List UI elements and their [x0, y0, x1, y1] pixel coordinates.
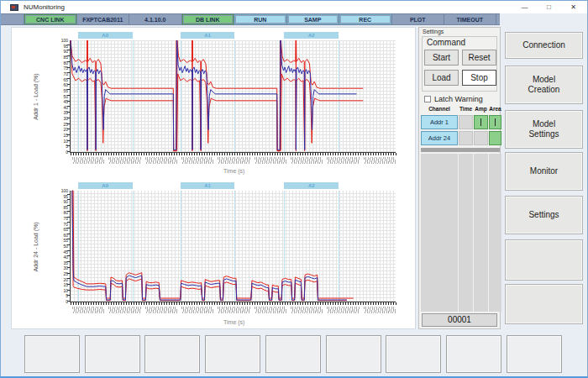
status-run: RUN: [234, 14, 286, 24]
channel-button-addr-1[interactable]: Addr 1: [421, 115, 458, 129]
chart-series: [71, 191, 396, 302]
y-tick-label: 5: [56, 144, 68, 149]
y-tick-label: 70: [56, 222, 68, 226]
x-axis-tick-marks: [71, 302, 397, 305]
y-tick-label: 70: [56, 71, 68, 76]
status-cnc-link: CNC LINK: [24, 14, 76, 24]
y-tick-label: 85: [56, 55, 68, 59]
bottom-slot-2[interactable]: [85, 335, 140, 373]
status-samp: SAMP: [286, 14, 339, 24]
latch-warning-checkbox[interactable]: [424, 96, 431, 102]
status-toolbar: CNC LINKFXPTCAB20114.1.10.0DB LINKRUNSAM…: [1, 13, 500, 25]
y-tick-label: 20: [56, 128, 68, 132]
y-tick-label: 60: [56, 233, 68, 237]
sidebar-button-model-settings[interactable]: Model Settings: [505, 110, 583, 149]
y-tick-label: 95: [56, 194, 68, 198]
sidebar-button-empty[interactable]: [505, 284, 583, 324]
y-tick-label: 45: [56, 249, 68, 254]
window-title: NUMonitoring: [24, 3, 65, 11]
chart2-plot-area: A0A1A20510152025303540455055606570758085…: [70, 191, 396, 302]
sidebar-button-monitor[interactable]: Monitor: [505, 152, 583, 191]
y-tick-label: 55: [56, 239, 68, 243]
amp-indicator[interactable]: [474, 131, 488, 145]
x-axis-tick-labels: [72, 307, 396, 313]
time-cell: [459, 131, 473, 145]
status-fxptcab2011: FXPTCAB2011: [76, 14, 129, 24]
sidebar-button-connection[interactable]: Connection: [505, 32, 583, 59]
sidebar-button-empty[interactable]: [505, 239, 583, 281]
chart-series: [71, 40, 396, 152]
table-row: Addr 24: [421, 131, 500, 145]
sidebar-button-settings[interactable]: Settings: [505, 196, 583, 234]
y-tick-label: 80: [56, 60, 68, 65]
column-header-amp: Amp: [474, 106, 488, 113]
y-tick-label: 75: [56, 217, 68, 221]
reset-button[interactable]: Reset: [462, 50, 496, 66]
status-plot: PLOT: [391, 14, 444, 24]
minimize-button[interactable]: —: [512, 1, 537, 13]
bottom-slot-4[interactable]: [205, 335, 260, 373]
y-tick-label: 30: [56, 266, 68, 270]
y-tick-label: 0: [56, 300, 68, 304]
amp-indicator[interactable]: [474, 115, 488, 129]
sidebar-button-label: Model Creation: [519, 75, 570, 96]
status-4-1-10-0: 4.1.10.0: [129, 14, 181, 24]
load-button[interactable]: Load: [424, 70, 459, 86]
section-band-a0: A0: [78, 32, 133, 39]
y-tick-label: 40: [56, 255, 68, 260]
status-timeout: TIMEOUT: [444, 14, 496, 24]
sample-counter: 00001: [422, 313, 497, 327]
sidebar-button-label: Monitor: [519, 166, 570, 177]
column-header-area: Area: [489, 106, 501, 113]
section-band-a0: A0: [78, 182, 133, 189]
y-tick-label: 15: [56, 283, 68, 287]
bottom-slot-9[interactable]: [507, 335, 562, 373]
command-group-title: Command: [427, 38, 496, 47]
close-button[interactable]: ✕: [561, 1, 585, 13]
section-band-a1: A1: [181, 32, 235, 39]
command-group: Command StartResetLoadStop: [422, 36, 497, 92]
bottom-slot-8[interactable]: [446, 335, 501, 373]
y-tick-label: 10: [56, 139, 68, 143]
channel-table: ChannelTimeAmpAreaAddr 1Addr 24: [421, 106, 500, 312]
sidebar-button-model-creation[interactable]: Model Creation: [505, 66, 583, 104]
series-lower-limit: [71, 40, 363, 151]
bottom-slot-6[interactable]: [326, 335, 381, 373]
title-bar: NUMonitoring — □ ✕: [1, 1, 587, 13]
area-indicator[interactable]: [489, 115, 501, 129]
status-rec: REC: [339, 14, 391, 24]
bottom-slot-7[interactable]: [386, 335, 441, 373]
bottom-slot-3[interactable]: [144, 335, 200, 373]
channel-table-header: ChannelTimeAmpArea: [421, 106, 500, 113]
latch-warning-label: Latch Warning: [434, 95, 483, 103]
x-axis-tick-labels: [72, 157, 396, 164]
y-tick-label: 35: [56, 111, 68, 115]
y-tick-label: 25: [56, 122, 68, 126]
y-tick-label: 100: [56, 189, 68, 193]
settings-panel: Settings Command StartResetLoadStop Latc…: [418, 27, 501, 329]
bottom-slot-1[interactable]: [24, 335, 80, 373]
stop-button[interactable]: Stop: [462, 70, 496, 86]
y-tick-label: 65: [56, 77, 68, 81]
app-window: NUMonitoring — □ ✕ CNC LINKFXPTCAB20114.…: [0, 0, 588, 378]
start-button[interactable]: Start: [424, 50, 459, 66]
y-tick-label: 55: [56, 88, 68, 92]
y-tick-label: 30: [56, 117, 68, 121]
chart1-plot-area: A0A1A20510152025303540455055606570758085…: [70, 40, 396, 153]
maximize-button[interactable]: □: [537, 1, 561, 13]
series-load: [71, 40, 357, 150]
channel-button-addr-24[interactable]: Addr 24: [421, 131, 458, 145]
latch-warning-row: Latch Warning: [424, 95, 483, 103]
y-tick-label: 85: [56, 205, 68, 209]
sidebar-button-label: Settings: [519, 210, 570, 221]
bottom-slot-5[interactable]: [265, 335, 321, 373]
y-tick-label: 80: [56, 211, 68, 215]
app-icon: [10, 4, 18, 11]
y-tick-label: 5: [56, 294, 68, 298]
area-indicator[interactable]: [489, 131, 501, 145]
y-tick-label: 45: [56, 100, 68, 104]
section-band-a2: A2: [284, 32, 339, 39]
y-tick-label: 65: [56, 228, 68, 232]
y-tick-label: 35: [56, 260, 68, 265]
y-tick-label: 90: [56, 50, 68, 54]
